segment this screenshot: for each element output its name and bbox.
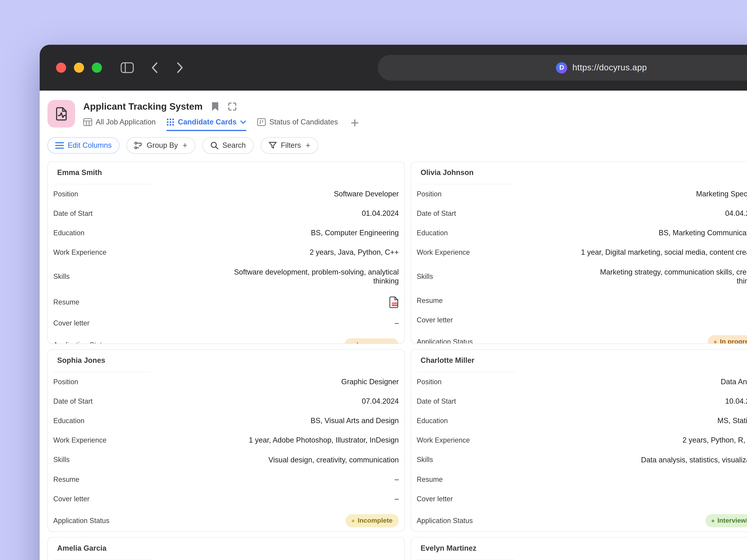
field-value: Software development, problem-solving, a… bbox=[231, 268, 399, 286]
search-icon bbox=[210, 141, 218, 150]
field-label: Work Experience bbox=[53, 248, 106, 257]
field-value: 10.04.2024 bbox=[725, 397, 747, 406]
field-value: MS, Statistics bbox=[717, 417, 747, 425]
field-value: BS, Marketing Communications bbox=[659, 229, 747, 237]
field-label: Position bbox=[53, 190, 78, 198]
field-row-skills: Skills Software development, problem-sol… bbox=[53, 262, 399, 291]
add-view-button[interactable] bbox=[350, 118, 359, 131]
minimize-window-button[interactable] bbox=[74, 62, 84, 73]
field-value: 01.04.2024 bbox=[362, 209, 399, 218]
zoom-window-button[interactable] bbox=[92, 62, 102, 73]
field-row-cover-letter: Cover letter – bbox=[417, 489, 747, 509]
field-label: Date of Start bbox=[53, 209, 93, 218]
filter-icon bbox=[268, 141, 277, 149]
field-label: Education bbox=[53, 417, 84, 425]
field-label: Resume bbox=[417, 475, 443, 484]
field-label: Application Status bbox=[53, 341, 109, 344]
field-row-application-status: Application Status In progress bbox=[53, 333, 399, 344]
field-value: 1 year, Adobe Photoshop, Illustrator, In… bbox=[249, 436, 399, 445]
table-icon bbox=[83, 118, 92, 126]
field-value: Visual design, creativity, communication bbox=[268, 455, 399, 464]
candidate-card-evelyn-martinez[interactable]: Evelyn Martinez bbox=[411, 537, 747, 560]
edit-columns-button[interactable]: Edit Columns bbox=[48, 137, 120, 154]
field-row-date-of-start: Date of Start 04.04.2024 bbox=[417, 204, 747, 223]
field-label: Resume bbox=[53, 298, 79, 306]
columns-list-icon bbox=[55, 142, 64, 149]
candidate-name: Emma Smith bbox=[53, 168, 399, 177]
field-value: BS, Computer Engineering bbox=[311, 229, 399, 237]
field-label: Education bbox=[417, 229, 448, 237]
document-pulse-icon bbox=[53, 105, 70, 122]
status-label: Incomplete bbox=[358, 517, 393, 525]
forward-icon[interactable] bbox=[177, 62, 184, 74]
field-row-skills: Skills Visual design, creativity, commun… bbox=[53, 450, 399, 470]
field-value: 2 years, Java, Python, C++ bbox=[310, 248, 399, 257]
field-row-work-experience: Work Experience 1 year, Digital marketin… bbox=[417, 243, 747, 262]
field-row-position: Position Software Developer bbox=[53, 184, 399, 204]
filters-button[interactable]: Filters + bbox=[260, 137, 318, 154]
field-value: Marketing Specialist bbox=[696, 190, 747, 198]
field-label: Cover letter bbox=[417, 316, 453, 324]
pdf-file-icon[interactable]: PDF bbox=[389, 296, 399, 308]
field-row-application-status: Application Status Interviewing bbox=[417, 509, 747, 532]
address-bar[interactable]: D https://docyrus.app bbox=[378, 55, 747, 80]
candidate-card-olivia-johnson[interactable]: Olivia Johnson Position Marketing Specia… bbox=[411, 161, 747, 344]
candidate-card-amelia-garcia[interactable]: Amelia Garcia bbox=[48, 537, 405, 560]
field-label: Work Experience bbox=[417, 248, 470, 257]
sidebar-toggle-icon[interactable] bbox=[121, 62, 134, 73]
field-row-skills: Skills Data analysis, statistics, visual… bbox=[417, 450, 747, 470]
field-value: 1 year, Digital marketing, social media,… bbox=[581, 248, 747, 257]
plus-icon bbox=[350, 118, 359, 127]
tab-label: All Job Application bbox=[96, 118, 156, 126]
status-label: Interviewing bbox=[717, 517, 747, 525]
toolbar: Edit Columns Group By + Search Filters + bbox=[48, 137, 747, 154]
candidate-card-emma-smith[interactable]: Emma Smith Position Software Developer D… bbox=[48, 161, 405, 344]
app-icon bbox=[48, 100, 75, 128]
browser-window: D https://docyrus.app Applicant Tracking… bbox=[40, 45, 747, 560]
back-icon[interactable] bbox=[151, 62, 158, 74]
app-header: Applicant Tracking System All Job Applic… bbox=[48, 100, 747, 131]
field-label: Work Experience bbox=[417, 436, 470, 444]
bookmark-icon[interactable] bbox=[211, 102, 219, 112]
field-row-application-status: Application Status Incomplete bbox=[53, 509, 399, 532]
field-row-resume: Resume PDF bbox=[53, 291, 399, 314]
field-row-education: Education BS, Marketing Communications bbox=[417, 223, 747, 243]
plus-icon: + bbox=[306, 141, 310, 150]
group-by-button[interactable]: Group By + bbox=[126, 137, 195, 154]
status-badge: Incomplete bbox=[346, 514, 399, 527]
field-row-resume: Resume – bbox=[417, 470, 747, 489]
status-dot-icon bbox=[352, 519, 355, 522]
field-label: Cover letter bbox=[53, 495, 89, 503]
tab-label: Candidate Cards bbox=[178, 118, 236, 126]
field-row-work-experience: Work Experience 2 years, Python, R, SQL bbox=[417, 430, 747, 450]
kanban-icon bbox=[257, 118, 266, 126]
field-value: Marketing strategy, communication skills… bbox=[595, 268, 747, 286]
candidate-card-sophia-jones[interactable]: Sophia Jones Position Graphic Designer D… bbox=[48, 349, 405, 532]
field-row-date-of-start: Date of Start 07.04.2024 bbox=[53, 392, 399, 411]
candidate-name: Olivia Johnson bbox=[417, 168, 747, 177]
plus-icon: + bbox=[183, 141, 187, 150]
field-label: Resume bbox=[417, 296, 443, 305]
field-value: 2 years, Python, R, SQL bbox=[682, 436, 747, 445]
field-value: – bbox=[395, 475, 399, 484]
candidate-name: Amelia Garcia bbox=[53, 544, 399, 553]
field-row-education: Education BS, Computer Engineering bbox=[53, 223, 399, 243]
tab-all-job-application[interactable]: All Job Application bbox=[83, 118, 156, 131]
tab-status-of-candidates[interactable]: Status of Candidates bbox=[257, 118, 338, 131]
browser-titlebar: D https://docyrus.app bbox=[40, 45, 747, 90]
candidate-name: Evelyn Martinez bbox=[417, 544, 747, 553]
field-label: Resume bbox=[53, 475, 79, 484]
tab-candidate-cards[interactable]: Candidate Cards bbox=[166, 118, 246, 131]
field-label: Date of Start bbox=[417, 209, 456, 218]
search-button[interactable]: Search bbox=[202, 137, 254, 154]
page-title: Applicant Tracking System bbox=[83, 101, 203, 112]
field-label: Application Status bbox=[417, 517, 473, 525]
field-row-cover-letter: Cover letter – bbox=[53, 314, 399, 333]
field-value: Data analysis, statistics, visualization bbox=[641, 455, 747, 464]
status-dot-icon bbox=[714, 341, 717, 343]
field-label: Position bbox=[53, 378, 78, 386]
close-window-button[interactable] bbox=[56, 62, 66, 73]
expand-icon[interactable] bbox=[228, 102, 237, 111]
candidate-card-charlotte-miller[interactable]: Charlotte Miller Position Data Analyst D… bbox=[411, 349, 747, 532]
field-row-education: Education MS, Statistics bbox=[417, 411, 747, 430]
